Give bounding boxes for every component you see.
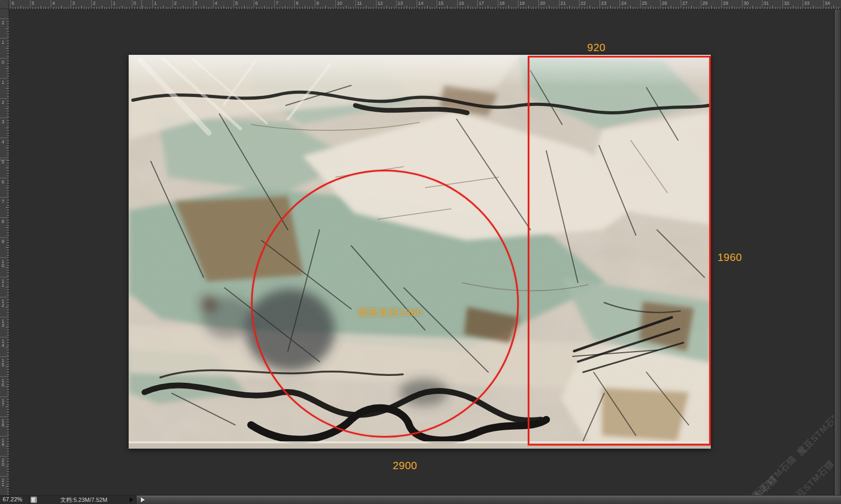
svg-text:3: 3 xyxy=(2,119,4,124)
vertical-ruler[interactable]: 210123456789101112131415161718192021 xyxy=(0,9,9,496)
zoom-level-field[interactable]: 67.22% xyxy=(0,496,30,504)
svg-text:9: 9 xyxy=(2,442,4,447)
svg-text:3: 3 xyxy=(2,323,4,328)
svg-text:4: 4 xyxy=(52,1,55,6)
svg-text:13: 13 xyxy=(398,1,403,6)
svg-text:6: 6 xyxy=(12,1,14,6)
svg-text:8: 8 xyxy=(2,422,4,428)
watermark: 魔豆STM石猫 xyxy=(795,409,834,459)
svg-text:7: 7 xyxy=(2,402,4,408)
svg-text:5: 5 xyxy=(235,1,238,6)
svg-text:14: 14 xyxy=(418,1,423,6)
svg-text:34: 34 xyxy=(825,1,830,6)
svg-text:23: 23 xyxy=(601,1,606,6)
rect-width-label: 920 xyxy=(587,42,606,54)
svg-text:6: 6 xyxy=(2,179,4,185)
svg-text:26: 26 xyxy=(662,1,667,6)
svg-text:17: 17 xyxy=(479,1,484,6)
svg-text:7: 7 xyxy=(276,1,278,6)
vertical-scrollbar[interactable] xyxy=(834,9,841,496)
svg-text:25: 25 xyxy=(642,1,647,6)
svg-text:16: 16 xyxy=(459,1,464,6)
svg-text:12: 12 xyxy=(378,1,383,6)
status-menu-arrow-icon[interactable] xyxy=(130,497,133,502)
svg-text:21: 21 xyxy=(560,1,566,6)
watermark: 魔豆STM石猫 xyxy=(730,473,780,496)
svg-text:0: 0 xyxy=(2,263,4,268)
svg-text:5: 5 xyxy=(2,362,4,367)
marble-texture xyxy=(129,55,711,449)
watermark: 魔豆STM石猫 xyxy=(787,458,834,496)
svg-text:2: 2 xyxy=(2,100,4,105)
document-size-info: 文档:5.23M/7.52M xyxy=(40,496,128,504)
ruler-origin-box[interactable] xyxy=(0,0,9,9)
svg-text:5: 5 xyxy=(32,1,34,6)
svg-text:24: 24 xyxy=(621,1,626,6)
svg-text:1: 1 xyxy=(2,40,4,45)
svg-text:27: 27 xyxy=(682,1,688,6)
svg-text:9: 9 xyxy=(316,1,319,6)
svg-text:32: 32 xyxy=(784,1,789,6)
slab-width-label: 2900 xyxy=(393,460,418,472)
svg-text:4: 4 xyxy=(2,139,4,144)
svg-text:1: 1 xyxy=(113,1,115,6)
status-bar: 67.22% 文档:5.23M/7.52M xyxy=(0,495,841,504)
svg-text:1: 1 xyxy=(2,283,4,288)
svg-text:6: 6 xyxy=(2,382,4,387)
document-canvas[interactable]: 920 1960 2900 圆形直径1360 魔豆STM石猫魔豆STM石猫魔豆S… xyxy=(9,9,834,496)
svg-text:19: 19 xyxy=(519,1,525,6)
svg-text:2: 2 xyxy=(174,1,177,6)
horizontal-ruler-ticks: 6543210123456789101112131415161718192021… xyxy=(9,0,841,9)
horizontal-scrollbar[interactable] xyxy=(136,496,841,504)
svg-text:7: 7 xyxy=(2,199,4,204)
svg-text:10: 10 xyxy=(337,1,342,6)
svg-text:9: 9 xyxy=(2,239,4,244)
stone-slab-image xyxy=(129,55,711,449)
svg-text:11: 11 xyxy=(357,1,362,6)
svg-text:30: 30 xyxy=(743,1,749,6)
svg-text:20: 20 xyxy=(540,1,545,6)
svg-text:6: 6 xyxy=(255,1,258,6)
rect-height-label: 1960 xyxy=(718,251,742,264)
svg-text:28: 28 xyxy=(702,1,708,6)
vertical-ruler-ticks: 210123456789101112131415161718192021 xyxy=(0,9,9,496)
svg-text:18: 18 xyxy=(499,1,505,6)
svg-text:0: 0 xyxy=(2,60,4,65)
svg-text:22: 22 xyxy=(581,1,586,6)
svg-text:3: 3 xyxy=(72,1,75,6)
svg-text:33: 33 xyxy=(804,1,809,6)
svg-text:0: 0 xyxy=(2,462,4,467)
svg-text:31: 31 xyxy=(763,1,769,6)
horizontal-ruler[interactable]: 6543210123456789101112131415161718192021… xyxy=(9,0,841,9)
document-status-icon xyxy=(31,497,37,503)
svg-text:8: 8 xyxy=(2,219,4,224)
svg-text:1: 1 xyxy=(154,1,157,6)
svg-text:15: 15 xyxy=(438,1,443,6)
svg-text:4: 4 xyxy=(2,343,4,348)
svg-text:29: 29 xyxy=(723,1,728,6)
svg-text:4: 4 xyxy=(215,1,217,6)
svg-text:2: 2 xyxy=(93,1,95,6)
svg-text:2: 2 xyxy=(2,303,4,308)
svg-text:2: 2 xyxy=(2,20,4,25)
scroll-right-arrow-icon xyxy=(141,497,145,502)
watermark: 魔豆STM石猫 xyxy=(749,453,799,496)
vertical-scrollbar-thumb[interactable] xyxy=(835,9,840,495)
svg-text:8: 8 xyxy=(296,1,298,6)
svg-text:3: 3 xyxy=(195,1,197,6)
svg-text:0: 0 xyxy=(133,1,136,6)
svg-text:1: 1 xyxy=(2,80,4,85)
svg-text:1: 1 xyxy=(2,482,4,487)
